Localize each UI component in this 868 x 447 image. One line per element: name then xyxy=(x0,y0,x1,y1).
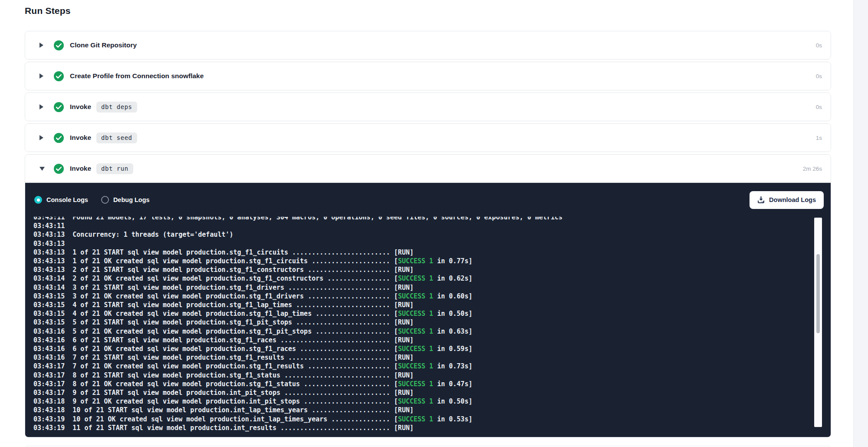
step-duration: 1s xyxy=(816,135,822,141)
log-line: 03:43:11 Found 21 models, 17 tests, 0 sn… xyxy=(33,217,831,222)
console-logs-label: Console Logs xyxy=(46,196,88,203)
caret-right-icon[interactable] xyxy=(39,135,43,140)
step-header-dbt-run[interactable]: Invoke dbt run 2m 26s xyxy=(25,155,831,182)
logs-panel: Console Logs Debug Logs Download Logs xyxy=(25,182,831,437)
log-line: 03:43:16 6 of 21 START sql view model pr… xyxy=(33,336,831,344)
log-line: 03:43:15 5 of 21 START sql view model pr… xyxy=(33,318,831,327)
step-header-dbt-deps[interactable]: Invoke dbt deps 0s xyxy=(25,93,831,121)
radio-unselected-icon[interactable] xyxy=(101,196,109,204)
log-line: 03:43:13 Concurrency: 1 threads (target=… xyxy=(33,230,831,239)
step-header-clone-git-repository[interactable]: Clone Git Repository 0s xyxy=(25,31,831,59)
step-duration: 0s xyxy=(816,42,822,49)
radio-selected-icon[interactable] xyxy=(34,196,42,204)
log-line: 03:43:16 6 of 21 OK created sql view mod… xyxy=(33,344,831,353)
log-line: 03:43:16 7 of 21 START sql view model pr… xyxy=(33,353,831,362)
step-card-dbt-deps: Invoke dbt deps 0s xyxy=(25,93,831,121)
caret-right-icon[interactable] xyxy=(39,43,43,48)
step-card-dbt-run: Invoke dbt run 2m 26s Console Logs Debug… xyxy=(25,154,831,437)
log-line: 03:43:15 3 of 21 OK created sql view mod… xyxy=(33,292,831,301)
console-logs-radio[interactable]: Console Logs xyxy=(34,196,88,204)
log-line: 03:43:14 2 of 21 OK created sql view mod… xyxy=(33,274,831,283)
success-check-icon xyxy=(54,102,64,112)
log-line: 03:43:16 5 of 21 OK created sql view mod… xyxy=(33,327,831,336)
log-line: 03:43:17 9 of 21 START sql view model pr… xyxy=(33,388,831,397)
log-line: 03:43:19 11 of 21 START sql view model p… xyxy=(33,424,831,432)
step-duration: 2m 26s xyxy=(803,166,822,172)
success-check-icon xyxy=(54,133,64,143)
command-badge: dbt deps xyxy=(96,102,137,113)
right-gutter xyxy=(853,0,868,447)
download-logs-label: Download Logs xyxy=(769,196,816,203)
success-check-icon xyxy=(54,164,64,174)
step-duration: 0s xyxy=(816,73,822,79)
run-steps-section: Run Steps Clone Git Repository 0s Create… xyxy=(25,0,831,440)
log-line: 03:43:15 4 of 21 OK created sql view mod… xyxy=(33,309,831,318)
log-scrollbar-thumb[interactable] xyxy=(816,254,820,333)
step-card-create-profile: Create Profile from Connection snowflake… xyxy=(25,62,831,90)
step-card-dbt-seed: Invoke dbt seed 1s xyxy=(25,123,831,152)
caret-right-icon[interactable] xyxy=(39,73,43,79)
step-card-clone-git-repository: Clone Git Repository 0s xyxy=(25,31,831,60)
log-content: 03:43:11 Found 21 models, 17 tests, 0 sn… xyxy=(33,217,831,432)
step-header-dbt-seed[interactable]: Invoke dbt seed 1s xyxy=(25,124,831,152)
step-label: Invoke xyxy=(70,134,91,142)
log-line: 03:43:14 3 of 21 START sql view model pr… xyxy=(33,283,831,292)
download-logs-button[interactable]: Download Logs xyxy=(750,191,824,209)
log-viewport[interactable]: 03:43:11 Found 21 models, 17 tests, 0 sn… xyxy=(25,217,831,437)
caret-right-icon[interactable] xyxy=(39,104,43,109)
run-steps-list: Clone Git Repository 0s Create Profile f… xyxy=(25,31,831,437)
log-line: 03:43:13 2 of 21 START sql view model pr… xyxy=(33,265,831,274)
log-line: 03:43:17 8 of 21 START sql view model pr… xyxy=(33,371,831,380)
log-line: 03:43:13 1 of 21 OK created sql view mod… xyxy=(33,257,831,265)
download-icon xyxy=(757,196,765,204)
log-line: 03:43:17 7 of 21 OK created sql view mod… xyxy=(33,362,831,371)
command-badge: dbt run xyxy=(96,163,133,174)
step-label: Invoke xyxy=(70,103,91,111)
step-header-create-profile[interactable]: Create Profile from Connection snowflake… xyxy=(25,62,831,90)
step-label: Clone Git Repository xyxy=(70,41,137,49)
caret-down-icon[interactable] xyxy=(39,167,45,171)
log-scrollbar[interactable] xyxy=(814,218,822,427)
step-label: Invoke xyxy=(70,165,91,172)
debug-logs-label: Debug Logs xyxy=(113,196,150,203)
log-line: 03:43:17 8 of 21 OK created sql view mod… xyxy=(33,380,831,388)
log-line: 03:43:13 1 of 21 START sql view model pr… xyxy=(33,248,831,257)
log-line: 03:43:15 4 of 21 START sql view model pr… xyxy=(33,301,831,309)
page-title: Run Steps xyxy=(25,6,831,16)
log-line: 03:43:19 10 of 21 OK created sql view mo… xyxy=(33,415,831,424)
step-label: Create Profile from Connection snowflake xyxy=(70,72,204,80)
log-line: 03:43:13 xyxy=(33,239,831,248)
logs-toolbar: Console Logs Debug Logs Download Logs xyxy=(25,183,831,217)
command-badge: dbt seed xyxy=(96,132,137,143)
log-line: 03:43:18 10 of 21 START sql view model p… xyxy=(33,406,831,414)
success-check-icon xyxy=(54,71,64,81)
success-check-icon xyxy=(54,40,64,50)
debug-logs-radio[interactable]: Debug Logs xyxy=(101,196,150,204)
log-line: 03:43:11 xyxy=(33,222,831,230)
step-duration: 0s xyxy=(816,104,822,110)
log-line: 03:43:18 9 of 21 OK created sql view mod… xyxy=(33,397,831,406)
